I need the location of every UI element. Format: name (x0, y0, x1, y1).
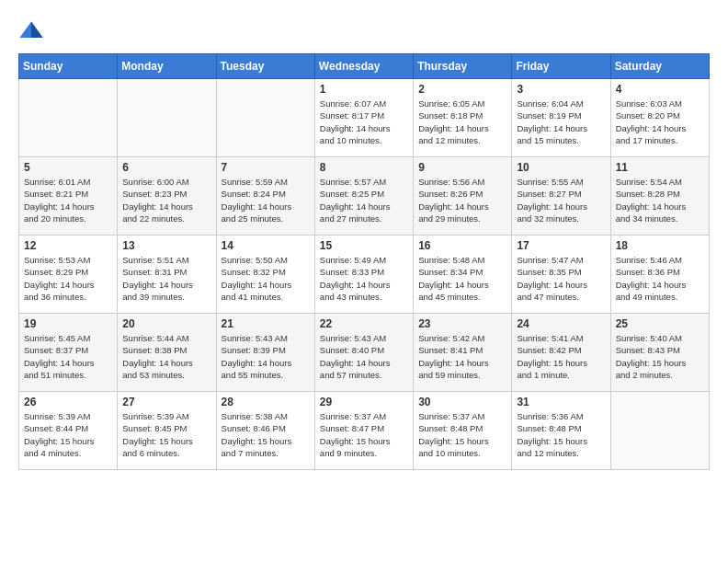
calendar-cell: 9Sunrise: 5:56 AM Sunset: 8:26 PM Daylig… (414, 157, 512, 236)
day-number: 15 (320, 239, 408, 252)
week-row-3: 12Sunrise: 5:53 AM Sunset: 8:29 PM Dayli… (19, 236, 710, 314)
calendar-cell: 23Sunrise: 5:42 AM Sunset: 8:41 PM Dayli… (414, 314, 512, 392)
weekday-header-wednesday: Wednesday (314, 54, 413, 79)
day-number: 26 (24, 396, 112, 408)
day-info: Sunrise: 5:56 AM Sunset: 8:26 PM Dayligh… (418, 176, 506, 224)
day-info: Sunrise: 5:48 AM Sunset: 8:34 PM Dayligh… (418, 254, 506, 303)
calendar-cell (610, 392, 709, 470)
day-number: 1 (320, 83, 408, 96)
calendar-cell: 20Sunrise: 5:44 AM Sunset: 8:38 PM Dayli… (118, 314, 216, 392)
calendar-cell: 5Sunrise: 6:01 AM Sunset: 8:21 PM Daylig… (19, 157, 118, 236)
day-info: Sunrise: 6:04 AM Sunset: 8:19 PM Dayligh… (517, 98, 605, 146)
calendar-cell: 4Sunrise: 6:03 AM Sunset: 8:20 PM Daylig… (610, 79, 709, 157)
week-row-1: 1Sunrise: 6:07 AM Sunset: 8:17 PM Daylig… (19, 79, 710, 157)
day-number: 8 (320, 161, 408, 174)
weekday-header-friday: Friday (512, 54, 610, 79)
day-number: 23 (418, 317, 506, 330)
calendar-cell: 10Sunrise: 5:55 AM Sunset: 8:27 PM Dayli… (512, 157, 610, 236)
day-number: 7 (222, 161, 310, 174)
calendar-cell: 16Sunrise: 5:48 AM Sunset: 8:34 PM Dayli… (414, 236, 512, 314)
day-number: 24 (517, 317, 605, 330)
day-number: 25 (616, 317, 704, 330)
day-number: 5 (24, 161, 112, 174)
day-number: 14 (222, 239, 310, 252)
day-number: 2 (418, 83, 506, 96)
day-number: 4 (616, 83, 704, 96)
day-info: Sunrise: 6:01 AM Sunset: 8:21 PM Dayligh… (24, 176, 112, 224)
day-info: Sunrise: 5:46 AM Sunset: 8:36 PM Dayligh… (616, 254, 704, 303)
day-info: Sunrise: 6:05 AM Sunset: 8:18 PM Dayligh… (418, 98, 506, 146)
day-info: Sunrise: 6:00 AM Sunset: 8:23 PM Dayligh… (122, 176, 210, 224)
day-info: Sunrise: 6:07 AM Sunset: 8:17 PM Dayligh… (320, 98, 408, 146)
day-info: Sunrise: 5:41 AM Sunset: 8:42 PM Dayligh… (517, 332, 605, 381)
calendar-cell: 24Sunrise: 5:41 AM Sunset: 8:42 PM Dayli… (512, 314, 610, 392)
day-number: 31 (517, 396, 605, 408)
calendar-table: SundayMondayTuesdayWednesdayThursdayFrid… (18, 53, 710, 470)
day-info: Sunrise: 5:36 AM Sunset: 8:48 PM Dayligh… (517, 410, 605, 459)
day-info: Sunrise: 6:03 AM Sunset: 8:20 PM Dayligh… (616, 98, 704, 146)
day-number: 29 (320, 396, 408, 408)
week-row-2: 5Sunrise: 6:01 AM Sunset: 8:21 PM Daylig… (19, 157, 710, 236)
day-info: Sunrise: 5:57 AM Sunset: 8:25 PM Dayligh… (320, 176, 408, 224)
day-number: 6 (122, 161, 210, 174)
day-info: Sunrise: 5:40 AM Sunset: 8:43 PM Dayligh… (616, 332, 704, 381)
calendar-cell: 1Sunrise: 6:07 AM Sunset: 8:17 PM Daylig… (314, 79, 413, 157)
day-number: 28 (222, 396, 310, 408)
day-number: 10 (517, 161, 605, 174)
calendar-cell: 18Sunrise: 5:46 AM Sunset: 8:36 PM Dayli… (610, 236, 709, 314)
calendar-cell: 14Sunrise: 5:50 AM Sunset: 8:32 PM Dayli… (216, 236, 314, 314)
calendar-cell: 26Sunrise: 5:39 AM Sunset: 8:44 PM Dayli… (19, 392, 118, 470)
calendar-cell (118, 79, 216, 157)
day-number: 17 (517, 239, 605, 252)
day-info: Sunrise: 5:55 AM Sunset: 8:27 PM Dayligh… (517, 176, 605, 224)
calendar-cell: 15Sunrise: 5:49 AM Sunset: 8:33 PM Dayli… (314, 236, 413, 314)
calendar-cell: 27Sunrise: 5:39 AM Sunset: 8:45 PM Dayli… (118, 392, 216, 470)
day-info: Sunrise: 5:45 AM Sunset: 8:37 PM Dayligh… (24, 332, 112, 381)
calendar-cell: 29Sunrise: 5:37 AM Sunset: 8:47 PM Dayli… (314, 392, 413, 470)
day-number: 9 (418, 161, 506, 174)
day-info: Sunrise: 5:38 AM Sunset: 8:46 PM Dayligh… (222, 410, 310, 459)
calendar-cell: 21Sunrise: 5:43 AM Sunset: 8:39 PM Dayli… (216, 314, 314, 392)
day-number: 12 (24, 239, 112, 252)
weekday-header-row: SundayMondayTuesdayWednesdayThursdayFrid… (19, 54, 710, 79)
day-number: 19 (24, 317, 112, 330)
day-info: Sunrise: 5:44 AM Sunset: 8:38 PM Dayligh… (122, 332, 210, 381)
day-info: Sunrise: 5:53 AM Sunset: 8:29 PM Dayligh… (24, 254, 112, 303)
weekday-header-monday: Monday (118, 54, 216, 79)
page-header (18, 18, 710, 44)
day-info: Sunrise: 5:39 AM Sunset: 8:44 PM Dayligh… (24, 410, 112, 459)
calendar-cell (19, 79, 118, 157)
calendar-cell: 11Sunrise: 5:54 AM Sunset: 8:28 PM Dayli… (610, 157, 709, 236)
calendar-cell: 2Sunrise: 6:05 AM Sunset: 8:18 PM Daylig… (414, 79, 512, 157)
calendar-cell: 30Sunrise: 5:37 AM Sunset: 8:48 PM Dayli… (414, 392, 512, 470)
day-info: Sunrise: 5:54 AM Sunset: 8:28 PM Dayligh… (616, 176, 704, 224)
day-number: 30 (418, 396, 506, 408)
day-number: 3 (517, 83, 605, 96)
calendar-cell: 13Sunrise: 5:51 AM Sunset: 8:31 PM Dayli… (118, 236, 216, 314)
day-info: Sunrise: 5:39 AM Sunset: 8:45 PM Dayligh… (122, 410, 210, 459)
calendar-cell: 8Sunrise: 5:57 AM Sunset: 8:25 PM Daylig… (314, 157, 413, 236)
week-row-4: 19Sunrise: 5:45 AM Sunset: 8:37 PM Dayli… (19, 314, 710, 392)
weekday-header-thursday: Thursday (414, 54, 512, 79)
calendar-cell: 12Sunrise: 5:53 AM Sunset: 8:29 PM Dayli… (19, 236, 118, 314)
day-number: 18 (616, 239, 704, 252)
calendar-cell: 6Sunrise: 6:00 AM Sunset: 8:23 PM Daylig… (118, 157, 216, 236)
weekday-header-tuesday: Tuesday (216, 54, 314, 79)
day-info: Sunrise: 5:37 AM Sunset: 8:48 PM Dayligh… (418, 410, 506, 459)
calendar-cell: 22Sunrise: 5:43 AM Sunset: 8:40 PM Dayli… (314, 314, 413, 392)
day-number: 27 (122, 396, 210, 408)
day-info: Sunrise: 5:49 AM Sunset: 8:33 PM Dayligh… (320, 254, 408, 303)
day-info: Sunrise: 5:42 AM Sunset: 8:41 PM Dayligh… (418, 332, 506, 381)
day-info: Sunrise: 5:47 AM Sunset: 8:35 PM Dayligh… (517, 254, 605, 303)
day-number: 21 (222, 317, 310, 330)
calendar-cell: 7Sunrise: 5:59 AM Sunset: 8:24 PM Daylig… (216, 157, 314, 236)
day-info: Sunrise: 5:43 AM Sunset: 8:39 PM Dayligh… (222, 332, 310, 381)
day-info: Sunrise: 5:37 AM Sunset: 8:47 PM Dayligh… (320, 410, 408, 459)
calendar-cell: 31Sunrise: 5:36 AM Sunset: 8:48 PM Dayli… (512, 392, 610, 470)
weekday-header-saturday: Saturday (610, 54, 709, 79)
day-number: 20 (122, 317, 210, 330)
logo (18, 18, 48, 44)
calendar-cell: 19Sunrise: 5:45 AM Sunset: 8:37 PM Dayli… (19, 314, 118, 392)
calendar-cell: 25Sunrise: 5:40 AM Sunset: 8:43 PM Dayli… (610, 314, 709, 392)
logo-icon (18, 18, 44, 44)
